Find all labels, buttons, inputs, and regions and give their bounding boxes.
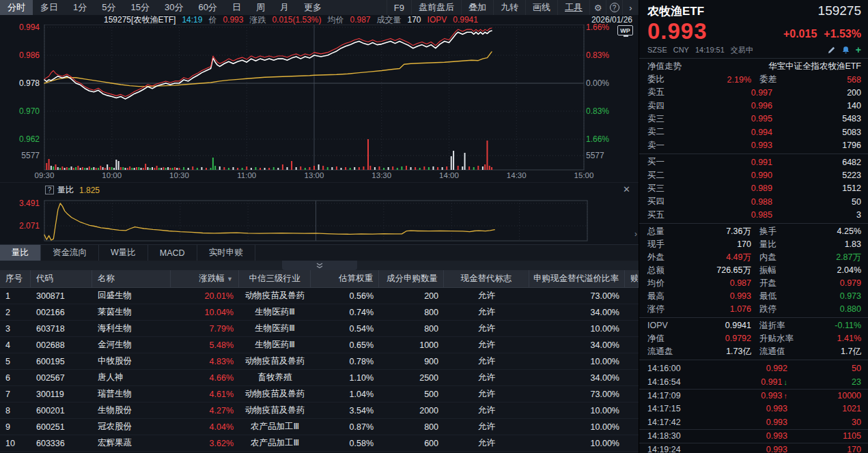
menu-item-tool-4[interactable]: 画线 [525, 0, 557, 15]
alert-bell-icon[interactable] [841, 46, 850, 55]
iopv-value: 0.9941 [453, 15, 478, 25]
table-header-cell[interactable]: 成分申购数量 [379, 270, 444, 287]
menu-item-period-5[interactable]: 30分 [157, 0, 191, 15]
bid-levels: 买一0.9916482买二0.9905223买三0.9891512买四0.988… [639, 156, 868, 222]
liangbi-subchart-panel[interactable]: ? 量比 1.825 ✕ › 3.4912.071 [0, 182, 639, 244]
bid-row-3[interactable]: 买四0.98850 [639, 195, 868, 208]
table-header-cell[interactable]: 序号 [0, 270, 31, 287]
table-cell: 允许 [444, 421, 529, 433]
bid-row-1[interactable]: 买二0.9905223 [639, 169, 868, 181]
table-cell: 2000 [379, 406, 444, 415]
ask-row-3[interactable]: 卖二0.9945083 [639, 126, 868, 138]
bid-row-0[interactable]: 买一0.9916482 [639, 156, 868, 169]
tick-time: 14:16:00 [647, 364, 695, 373]
menubar-right-group: F9盘前盘后叠加九转画线工具⚙?› [387, 0, 639, 15]
table-row[interactable]: 7300119瑞普生物4.61%动物疫苗及兽药1.04%500允许73.00% [0, 386, 639, 403]
iopv-label: IOPV [428, 15, 447, 25]
menu-item-period-7[interactable]: 日 [225, 0, 249, 15]
table-header-cell[interactable]: 名称 [92, 270, 171, 287]
price-axis-label: 0.986 [0, 50, 40, 60]
menu-item-period-3[interactable]: 5分 [94, 0, 123, 15]
table-cell: 10.00% [529, 357, 625, 366]
close-icon[interactable]: ✕ [623, 184, 630, 194]
stat-value: 726.65万 [677, 265, 751, 276]
table-cell: 允许 [444, 355, 529, 367]
table-cell: 5.48% [171, 340, 239, 350]
expand-icon[interactable]: › [622, 0, 639, 15]
table-row[interactable]: 9600251冠农股份4.04%农产品加工Ⅲ0.87%800允许10.00% [0, 419, 639, 435]
table-cell: 7 [0, 390, 31, 399]
table-row[interactable]: 3603718海利生物7.79%生物医药Ⅲ0.54%800允许10.00% [0, 321, 639, 337]
menu-item-period-10[interactable]: 更多 [296, 0, 329, 15]
table-row[interactable]: 4002688金河生物5.48%生物医药Ⅲ0.65%1000允许34.00% [0, 337, 639, 353]
edit-icon[interactable] [827, 46, 836, 55]
table-row[interactable]: 8600201生物股份4.27%动物疫苗及兽药3.54%2000允许10.00% [0, 403, 639, 419]
add-watchlist-icon[interactable]: + [856, 46, 861, 55]
menu-item-tool-3[interactable]: 九转 [493, 0, 525, 15]
level-volume: 200 [772, 88, 861, 98]
stat-label: 最高 [647, 291, 677, 302]
ask-row-4[interactable]: 卖一0.9931796 [639, 139, 868, 152]
table-header-cell[interactable]: 中信三级行业 [239, 270, 311, 287]
table-cell: 600 [379, 439, 444, 448]
menu-item-period-1[interactable]: 多日 [33, 0, 66, 15]
trading-status: 交易中 [731, 45, 753, 55]
quote-time: 14:19:51 [695, 46, 725, 54]
stat-value: 1.41% [803, 334, 861, 343]
table-header-cell[interactable]: 涨跌幅▼ [171, 270, 239, 287]
wp-monitor-icon[interactable]: WP [617, 25, 633, 35]
constituents-table: 序号代码名称涨跌幅▼中信三级行业估算权重成分申购数量现金替代标志申购现金替代溢价… [0, 270, 639, 453]
menu-item-period-4[interactable]: 15分 [123, 0, 156, 15]
menu-item-period-0[interactable]: 分时 [0, 0, 33, 15]
menu-item-tool-2[interactable]: 叠加 [461, 0, 493, 15]
quote-panel: 农牧渔ETF 159275 0.993 +0.015+1.53% SZSE CN… [639, 0, 868, 453]
ask-row-0[interactable]: 卖五0.997200 [639, 86, 868, 99]
table-header-cell[interactable]: 估算权重 [311, 270, 379, 287]
tick-volume: 1105 [787, 431, 861, 441]
scroll-right-icon[interactable]: › [634, 229, 637, 239]
table-header-cell[interactable]: 申购现金替代溢价比率 [529, 270, 625, 287]
table-header-cell[interactable]: 赎 [625, 270, 639, 287]
nav-label[interactable]: 净值走势 [647, 61, 682, 72]
gear-icon[interactable]: ⚙ [589, 0, 606, 15]
level-price: 0.994 [676, 128, 772, 137]
table-cell: 002166 [31, 308, 92, 317]
collapse-table-button[interactable] [282, 261, 357, 270]
menu-item-period-2[interactable]: 1分 [66, 0, 94, 15]
table-cell: 动物疫苗及兽药 [239, 405, 311, 416]
table-header-cell[interactable]: 代码 [31, 270, 92, 287]
table-header-cell[interactable]: 现金替代标志 [444, 270, 529, 287]
table-cell: 3.62% [171, 439, 239, 448]
menu-item-period-9[interactable]: 月 [272, 0, 296, 15]
tick-row-4: 14:17:420.99330 [639, 415, 868, 429]
menu-item-period-8[interactable]: 周 [249, 0, 272, 15]
tick-row-1: 14:16:540.991↓23 [639, 375, 868, 389]
volume-axis-label: 5577 [586, 151, 630, 160]
table-row[interactable]: 6002567唐人神4.66%畜牧养殖1.10%2500允许34.00% [0, 370, 639, 386]
bid-row-4[interactable]: 买五0.9853 [639, 209, 868, 222]
tick-row-3: 14:17:150.9931021 [639, 402, 868, 415]
table-row[interactable]: 10603336宏辉果蔬3.62%农产品加工Ⅲ0.58%600允许10.00% [0, 435, 639, 452]
table-cell: 4.83% [171, 357, 239, 366]
help-icon[interactable]: ? [45, 186, 54, 194]
table-row[interactable]: 5600195中牧股份4.83%动物疫苗及兽药0.78%900允许10.00% [0, 353, 639, 370]
menu-item-period-6[interactable]: 60分 [191, 0, 224, 15]
ask-row-2[interactable]: 卖三0.9955483 [639, 113, 868, 126]
intraday-chart-svg[interactable] [0, 25, 639, 171]
table-cell: 允许 [444, 339, 529, 351]
menu-item-tool-5[interactable]: 工具 [557, 0, 589, 15]
table-cell: 瑞普生物 [92, 388, 171, 400]
menu-item-tool-0[interactable]: F9 [387, 0, 411, 15]
table-cell: 6 [0, 373, 31, 383]
table-cell: 中牧股份 [92, 355, 171, 367]
stat-label: 升贴水率 [759, 333, 803, 345]
intraday-chart[interactable]: 0.9940.9860.9780.9700.96255771.66%0.83%0… [0, 25, 639, 171]
stat-label: 涨停 [647, 304, 677, 315]
ask-row-1[interactable]: 卖四0.996140 [639, 99, 868, 112]
menu-item-tool-1[interactable]: 盘前盘后 [411, 0, 461, 15]
table-row[interactable]: 2002166莱茵生物10.04%生物医药Ⅲ0.74%800允许34.00% [0, 304, 639, 321]
tick-price: 0.992 [695, 364, 787, 373]
table-row[interactable]: 1300871回盛生物20.01%动物疫苗及兽药0.56%200允许73.00% [0, 288, 639, 304]
help-icon[interactable]: ? [606, 0, 622, 15]
bid-row-2[interactable]: 买三0.9891512 [639, 182, 868, 195]
